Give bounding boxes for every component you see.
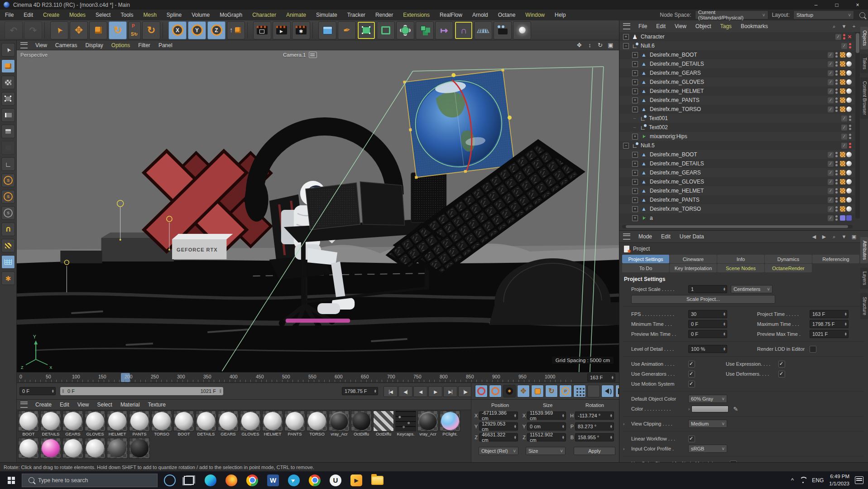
object-row[interactable]: Character ✕ (619, 32, 854, 41)
separator[interactable] (247, 22, 251, 39)
keyframe-selection-button[interactable] (503, 385, 516, 397)
input-color-profile-dropdown[interactable]: sRGB (688, 445, 727, 453)
menu-item[interactable]: Animate (281, 10, 311, 20)
object-row[interactable]: Desirefx.me_GLOVES ✕ (619, 177, 854, 186)
goto-start-button[interactable]: |◀ (384, 386, 398, 397)
default-object-color-dropdown[interactable]: 60% Gray (688, 395, 727, 403)
attr-filter-icon[interactable]: ▼ (841, 234, 847, 240)
current-frame-field[interactable]: 163 F (587, 373, 615, 382)
render-lod-checkbox[interactable] (810, 346, 816, 353)
live-selection-tool[interactable] (50, 21, 68, 39)
separator[interactable] (44, 22, 48, 39)
expand-icon[interactable] (632, 61, 638, 67)
material-tile[interactable]: DETAILS (40, 411, 61, 437)
camera-settings-icon[interactable] (309, 52, 317, 58)
visibility-dots[interactable] (849, 134, 852, 139)
search-icon[interactable] (859, 12, 865, 18)
maximize-view-icon[interactable]: ▣ (607, 41, 614, 49)
viewport-scene[interactable]: GEFORCE RTX (17, 50, 619, 372)
material-thumbnail[interactable] (173, 411, 194, 431)
object-manager-menu-icon[interactable] (623, 23, 630, 29)
panel-side-tab[interactable]: Attributes (860, 237, 868, 263)
material-tile[interactable]: vray_Acr (417, 411, 438, 437)
use-deformers-checkbox[interactable] (778, 371, 785, 378)
start-button[interactable] (0, 471, 22, 489)
enable-toggle-icon[interactable] (828, 188, 834, 194)
viewport-menu-item[interactable]: Cameras (51, 42, 82, 48)
preview-range-slider[interactable]: 0 F 1021 F (60, 387, 223, 395)
attribute-menu-item[interactable]: Edit (657, 231, 675, 242)
tag-icons[interactable] (840, 170, 852, 175)
object-row[interactable]: Desirefx.me_TORSO ✕ (619, 105, 854, 114)
language-indicator[interactable]: ENG (812, 477, 824, 484)
minimum-time-field[interactable]: 0 F (688, 320, 727, 328)
expand-icon[interactable] (632, 88, 638, 94)
attr-forward-icon[interactable]: ▶ (821, 234, 827, 240)
add-field-button[interactable] (435, 21, 453, 39)
material-tile[interactable]: PANTS (129, 411, 150, 437)
tag-icons[interactable] (840, 215, 852, 221)
play-button[interactable]: ▶ (428, 386, 442, 397)
object-row[interactable]: Desirefx.me_DETAILS ✕ (619, 159, 854, 168)
visibility-dots[interactable] (835, 170, 838, 175)
expand-icon[interactable] (623, 43, 629, 49)
menu-item[interactable]: Window (520, 10, 550, 20)
maximize-button[interactable]: □ (826, 0, 847, 10)
size-z-field[interactable]: 11512.902 cm (527, 433, 566, 441)
enable-toggle-icon[interactable] (828, 197, 834, 203)
viewport-menu-icon[interactable] (20, 42, 28, 48)
expand-icon[interactable] (632, 161, 638, 167)
eyedropper-icon[interactable]: ✎ (733, 406, 738, 412)
key-parameter-toggle[interactable] (559, 385, 572, 397)
menu-item[interactable]: Spline (162, 10, 187, 20)
enable-toggle-icon[interactable] (828, 161, 834, 167)
snap-toggle-button[interactable] (1, 223, 15, 236)
expand-icon[interactable] (632, 52, 638, 58)
viewport-menu-item[interactable]: Panel (154, 42, 177, 48)
expand-icon[interactable] (632, 116, 637, 121)
attribute-tab[interactable]: Project Settings (622, 255, 669, 263)
preview-max-time-field[interactable]: 1021 F (810, 330, 849, 338)
enable-toggle-icon[interactable] (841, 143, 847, 149)
taskbar-search-input[interactable]: Type here to search (22, 474, 158, 487)
taskbar-telegram-icon[interactable] (283, 471, 304, 489)
enable-toggle-icon[interactable] (835, 34, 841, 40)
project-time-field[interactable]: 163 F (810, 310, 849, 318)
material-menu-icon[interactable] (20, 402, 28, 408)
redo-tool[interactable] (24, 21, 42, 39)
add-floor-button[interactable] (474, 21, 492, 39)
add-primitive-button[interactable] (318, 21, 336, 39)
material-tile[interactable]: GEARS (62, 411, 83, 437)
menu-item[interactable]: Select (91, 10, 115, 20)
material-menu-item[interactable]: Create (31, 402, 56, 408)
expand-icon[interactable] (632, 215, 638, 221)
material-thumbnail[interactable] (129, 438, 150, 459)
render-view-button[interactable] (253, 21, 271, 39)
geforce-rtx-box[interactable]: GEFORCE RTX (172, 234, 233, 259)
visibility-dots[interactable] (835, 107, 838, 112)
rotation-p-field[interactable]: 83.273 ° (575, 422, 614, 431)
use-animation-checkbox[interactable] (688, 361, 695, 368)
enable-toggle-icon[interactable] (828, 215, 834, 221)
add-camera-button[interactable] (494, 21, 512, 39)
active-tool-rotate[interactable] (142, 21, 160, 39)
render-settings-button[interactable] (292, 21, 310, 39)
add-cloner-button[interactable] (416, 21, 434, 39)
wifi-icon[interactable] (799, 478, 806, 483)
gap[interactable] (587, 385, 600, 397)
material-thumbnail[interactable] (440, 411, 460, 431)
panel-side-tab[interactable]: Objects (860, 27, 868, 49)
preview-min-time-field[interactable]: 0 F (688, 330, 727, 338)
material-thumbnail[interactable] (129, 411, 150, 431)
material-thumbnail[interactable] (151, 411, 172, 431)
material-tile[interactable]: BOOT (18, 411, 39, 437)
sound-toggle[interactable] (601, 385, 614, 397)
object-row[interactable]: Desirefx.me_BOOT ✕ (619, 150, 854, 159)
menu-item[interactable]: Modes (64, 10, 91, 20)
menu-item[interactable]: Tools (115, 10, 138, 20)
menu-item[interactable]: Tracker (342, 10, 370, 20)
undo-tool[interactable] (5, 21, 23, 39)
rotate-tool[interactable] (109, 21, 127, 39)
panel-side-tab[interactable]: Content Browser (860, 77, 868, 118)
material-tile[interactable]: PClight. (440, 411, 460, 437)
